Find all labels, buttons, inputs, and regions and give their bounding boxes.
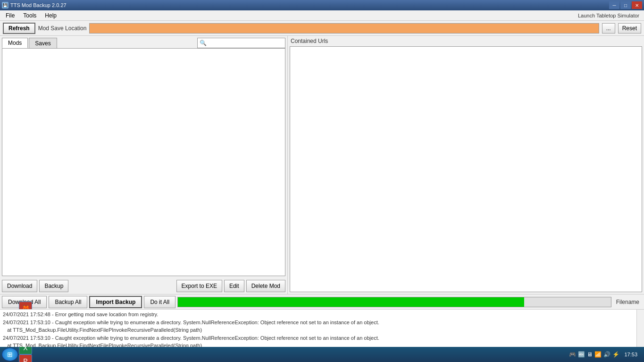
tray-icon-3[interactable]: 🖥 <box>587 351 593 358</box>
launch-tabletop-button[interactable]: Launch Tabletop Simulator <box>575 12 642 19</box>
download-button[interactable]: Download <box>2 280 37 292</box>
log-area: 24/07/2021 17:52:48 - Error getting mod … <box>0 309 644 347</box>
bottom-bar: Download All Backup All Import Backup Do… <box>0 294 644 309</box>
progress-bar-container <box>177 297 611 307</box>
log-scrollbar[interactable] <box>636 310 644 347</box>
log-line: 24/07/2021 17:52:48 - Error getting mod … <box>3 311 641 319</box>
close-button[interactable]: ✕ <box>632 1 642 9</box>
taskbar-icon-ppt[interactable]: P <box>19 354 32 362</box>
tab-saves[interactable]: Saves <box>29 38 57 48</box>
mod-list[interactable] <box>2 48 285 276</box>
mod-save-location-label: Mod Save Location <box>38 25 87 32</box>
backup-button[interactable]: Backup <box>39 280 68 292</box>
search-input[interactable] <box>208 40 283 46</box>
taskbar-right: 🎮 🔤 🖥 📶 🔊 ⚡ 17:53 <box>569 351 642 358</box>
edit-button[interactable]: Edit <box>224 280 244 292</box>
maximize-button[interactable]: □ <box>620 1 631 9</box>
contained-urls-list[interactable] <box>290 46 642 292</box>
log-lines: 24/07/2021 17:52:48 - Error getting mod … <box>3 311 641 347</box>
backup-all-button[interactable]: Backup All <box>49 296 87 308</box>
title-bar-buttons: ─ □ ✕ <box>609 1 642 9</box>
do-it-all-button[interactable]: Do it All <box>144 296 176 308</box>
filename-label: Filename <box>613 299 642 305</box>
clock: 17:53 <box>621 352 640 357</box>
tray-icon-5[interactable]: 🔊 <box>603 351 611 358</box>
menu-bar: File Tools Help Launch Tabletop Simulato… <box>0 10 644 21</box>
browse-button[interactable]: ... <box>602 23 615 34</box>
progress-bar-fill <box>178 297 524 307</box>
search-box-wrapper: 🔍 <box>197 38 285 48</box>
menu-help[interactable]: Help <box>41 11 60 20</box>
tabs-search: Mods Saves 🔍 <box>0 36 287 48</box>
mod-save-path-input[interactable] <box>89 23 599 34</box>
title-bar-title: TTS Mod Backup 2.0.27 <box>10 2 67 8</box>
tab-mods[interactable]: Mods <box>2 38 28 48</box>
log-line: at TTS_Mod_Backup.FileUtility.FindNextFi… <box>3 342 641 347</box>
app-icon: 💾 <box>2 2 8 8</box>
refresh-button[interactable]: Refresh <box>3 23 35 34</box>
delete-mod-button[interactable]: Delete Mod <box>246 280 285 292</box>
tray-icon-4[interactable]: 📶 <box>594 351 602 358</box>
title-bar: 💾 TTS Mod Backup 2.0.27 ─ □ ✕ <box>0 0 644 10</box>
log-line: 24/07/2021 17:53:10 - Caught exception w… <box>3 319 641 327</box>
main-area: Mods Saves 🔍 Download Backup Export to E… <box>0 36 644 294</box>
right-panel: Contained Urls <box>288 36 644 294</box>
action-buttons: Download Backup Export to EXE Edit Delet… <box>0 278 287 294</box>
left-panel: Mods Saves 🔍 Download Backup Export to E… <box>0 36 288 294</box>
search-icon: 🔍 <box>200 40 207 46</box>
menu-items: File Tools Help <box>2 11 60 20</box>
toolbar: Refresh Mod Save Location ... Reset <box>0 21 644 36</box>
title-bar-left: 💾 TTS Mod Backup 2.0.27 <box>2 2 67 8</box>
start-button[interactable]: ⊞ <box>2 348 18 361</box>
tray-icon-1[interactable]: 🎮 <box>569 351 576 358</box>
minimize-button[interactable]: ─ <box>609 1 619 9</box>
tray-icon-6[interactable]: ⚡ <box>612 351 619 358</box>
log-line: 24/07/2021 17:53:10 - Caught exception w… <box>3 334 641 342</box>
tray-icon-2[interactable]: 🔤 <box>578 351 585 358</box>
export-button[interactable]: Export to EXE <box>176 280 222 292</box>
import-backup-button[interactable]: Import Backup <box>89 296 142 308</box>
log-line: at TTS_Mod_Backup.FileUtility.FindNextFi… <box>3 326 641 334</box>
taskbar: ⊞ 🦊📁WXP♨⏱◉ 🎮 🔤 🖥 📶 🔊 ⚡ 17:53 <box>0 347 644 362</box>
contained-urls-label: Contained Urls <box>288 36 644 46</box>
reset-button[interactable]: Reset <box>618 23 641 34</box>
menu-tools[interactable]: Tools <box>19 11 40 20</box>
menu-file[interactable]: File <box>2 11 18 20</box>
